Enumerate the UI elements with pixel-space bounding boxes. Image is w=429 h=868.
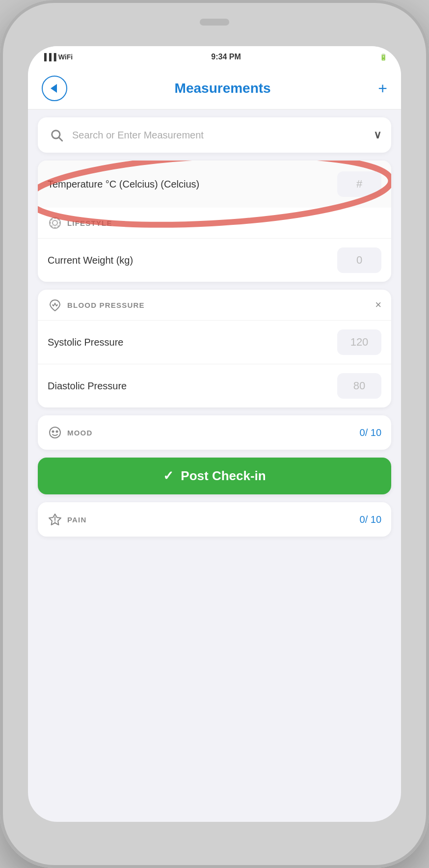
mood-section: MOOD 0/ 10	[38, 415, 391, 450]
status-time: 9:34 PM	[211, 53, 241, 61]
status-bar: ▐▐▐ WiFi 9:34 PM 🔋	[28, 46, 401, 68]
blood-pressure-section: BLOOD PRESSURE × Systolic Pressure 120 D…	[38, 290, 391, 407]
search-icon	[50, 128, 63, 142]
signal-bars: ▐▐▐	[42, 53, 56, 61]
temperature-row: Temperature °C (Celcius) (Celcius) #	[38, 161, 391, 208]
pain-section: PAIN 0/ 10	[38, 502, 391, 537]
pain-section-label: PAIN	[67, 515, 87, 524]
scroll-content: Search or Enter Measurement ∨ Temperatur…	[28, 109, 401, 822]
post-checkin-button[interactable]: ✓ Post Check-in	[38, 458, 391, 494]
search-icon-container	[48, 126, 65, 144]
checkin-label: Post Check-in	[181, 468, 266, 484]
svg-point-15	[56, 431, 58, 433]
svg-line-10	[58, 226, 59, 227]
lifestyle-header: LIFESTYLE	[38, 208, 391, 238]
phone-screen: ▐▐▐ WiFi 9:34 PM 🔋 Measurements +	[28, 46, 401, 822]
diastolic-input[interactable]: 80	[337, 373, 381, 399]
search-card[interactable]: Search or Enter Measurement ∨	[38, 117, 391, 153]
status-bar-left: ▐▐▐ WiFi	[42, 53, 73, 61]
svg-line-11	[58, 219, 59, 220]
svg-point-18	[54, 521, 55, 522]
svg-point-4	[53, 220, 57, 225]
svg-line-12	[52, 226, 53, 227]
pain-header: PAIN 0/ 10	[38, 502, 391, 537]
status-bar-right: 🔋	[379, 54, 387, 61]
weight-input[interactable]: 0	[337, 247, 381, 273]
mood-header-left: MOOD	[48, 425, 92, 440]
mood-score[interactable]: 0/ 10	[360, 427, 381, 438]
diastolic-label: Diastolic Pressure	[48, 380, 127, 392]
back-chevron-icon	[51, 84, 57, 93]
lifestyle-section-label: LIFESTYLE	[67, 219, 112, 227]
checkmark-icon: ✓	[163, 468, 174, 484]
mood-header: MOOD 0/ 10	[38, 415, 391, 450]
search-input[interactable]: Search or Enter Measurement	[72, 130, 367, 141]
svg-point-13	[50, 427, 60, 438]
phone-frame: ▐▐▐ WiFi 9:34 PM 🔋 Measurements +	[0, 0, 429, 868]
systolic-input[interactable]: 120	[337, 329, 381, 355]
svg-point-3	[50, 217, 60, 228]
nav-bar: Measurements +	[28, 68, 401, 109]
diastolic-row: Diastolic Pressure 80	[38, 364, 391, 407]
svg-line-1	[59, 137, 62, 140]
add-measurement-button[interactable]: +	[378, 81, 387, 96]
lifestyle-icon	[48, 216, 62, 230]
systolic-row: Systolic Pressure 120	[38, 320, 391, 364]
back-button[interactable]	[42, 76, 67, 101]
svg-point-14	[53, 431, 54, 433]
systolic-label: Systolic Pressure	[48, 337, 124, 348]
wifi-icon: WiFi	[58, 53, 73, 61]
mood-section-label: MOOD	[67, 429, 92, 437]
page-title: Measurements	[175, 81, 271, 96]
temperature-input[interactable]: #	[337, 171, 381, 197]
pain-score[interactable]: 0/ 10	[360, 514, 381, 525]
bp-close-button[interactable]: ×	[375, 298, 381, 311]
pain-header-left: PAIN	[48, 512, 87, 527]
weight-label: Current Weight (kg)	[48, 255, 133, 266]
pain-icon	[48, 512, 62, 527]
temperature-label: Temperature °C (Celcius) (Celcius)	[48, 179, 199, 190]
bp-header-left: BLOOD PRESSURE	[48, 298, 145, 312]
bp-section-header: BLOOD PRESSURE ×	[38, 290, 391, 320]
battery-icon: 🔋	[379, 54, 387, 61]
chevron-down-icon[interactable]: ∨	[374, 129, 381, 141]
bp-icon	[48, 298, 62, 312]
weight-row: Current Weight (kg) 0	[38, 238, 391, 282]
svg-line-9	[52, 219, 53, 220]
mood-icon	[48, 425, 62, 440]
bp-section-label: BLOOD PRESSURE	[67, 301, 145, 309]
temperature-section: Temperature °C (Celcius) (Celcius) #	[38, 161, 391, 282]
